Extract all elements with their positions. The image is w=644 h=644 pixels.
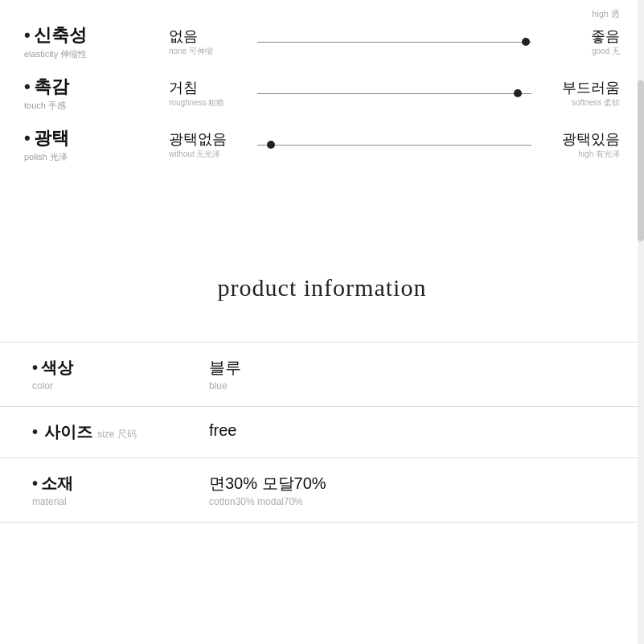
bullet-elasticity: • [24, 25, 31, 46]
elasticity-slider-area: 없음 none 可伸缩 좋음 good 无 [169, 27, 620, 57]
touch-right-ko: 부드러움 [531, 78, 620, 97]
polish-dot [267, 141, 275, 149]
color-value-ko: 블루 [209, 357, 612, 379]
product-info-value-size: free [209, 421, 612, 440]
bullet-polish: • [24, 128, 31, 149]
size-key-ko: 사이즈 [44, 421, 92, 443]
elasticity-left-sub: none 可伸缩 [169, 46, 257, 57]
fabric-label-polish: • 광택 polish 光泽 [24, 126, 169, 163]
product-info-value-color: 블루 blue [209, 357, 612, 392]
polish-right-sub: high 有光泽 [531, 149, 620, 160]
touch-track-line [257, 93, 531, 94]
fabric-row-touch: • 촉감 touch 手感 거침 roughness 粗糙 [24, 75, 620, 112]
polish-track-line [257, 145, 531, 146]
touch-left-sub: roughness 粗糙 [169, 97, 257, 109]
color-value-en: blue [209, 380, 612, 392]
scrollbar-thumb[interactable] [638, 80, 644, 241]
elasticity-track-line [257, 42, 531, 43]
touch-slider-area: 거침 roughness 粗糙 부드러움 softness 柔软 [169, 78, 620, 109]
size-value-ko: free [209, 421, 612, 440]
material-key-sub: material [32, 496, 209, 507]
material-value-en: cotton30% modal70% [209, 496, 612, 507]
product-info-value-material: 면30% 모달70% cotton30% modal70% [209, 473, 612, 507]
bullet-size: • [32, 423, 38, 441]
touch-dot [514, 89, 522, 97]
touch-track [257, 85, 531, 101]
material-key-ko: 소재 [41, 473, 73, 494]
fabric-row-polish: • 광택 polish 光泽 광택없음 without 无光泽 [24, 126, 620, 163]
product-info-row-material: • 소재 material 면30% 모달70% cotton30% modal… [0, 457, 644, 523]
elasticity-dot [522, 38, 530, 46]
polish-ko: 광택 [34, 126, 69, 150]
touch-left-label: 거침 roughness 粗糙 [169, 78, 257, 109]
polish-right-label: 광택있음 high 有光泽 [531, 129, 620, 160]
product-info-key-material: • 소재 material [32, 473, 209, 507]
elasticity-left-label: 없음 none 可伸缩 [169, 27, 257, 57]
color-key-sub: color [32, 380, 209, 392]
touch-left-ko: 거침 [169, 78, 257, 97]
elasticity-right-label: 좋음 good 无 [531, 27, 620, 57]
material-value-ko: 면30% 모달70% [209, 473, 612, 494]
product-info-key-color: • 색상 color [32, 357, 209, 392]
page-container: high 透 • 신축성 elasticity 伸缩性 없음 none 可伸缩 [0, 0, 644, 523]
elasticity-left-ko: 없음 [169, 27, 257, 46]
fabric-row-elasticity: • 신축성 elasticity 伸缩性 없음 none 可伸缩 [24, 23, 620, 60]
bullet-touch: • [24, 76, 31, 97]
polish-left-ko: 광택없음 [169, 129, 257, 149]
color-key-ko: 색상 [41, 357, 73, 379]
polish-right-ko: 광택있음 [531, 129, 620, 149]
bullet-material: • [32, 474, 38, 493]
polish-slider-area: 광택없음 without 无光泽 광택있음 high 有光泽 [169, 129, 620, 160]
elasticity-right-sub: good 无 [531, 46, 620, 57]
fabric-label-touch: • 촉감 touch 手感 [24, 75, 169, 112]
touch-ko: 촉감 [34, 75, 69, 99]
fabric-label-elasticity: • 신축성 elasticity 伸缩性 [24, 23, 169, 60]
scrollbar[interactable] [638, 0, 644, 644]
product-info-title: product information [0, 266, 644, 310]
bullet-color: • [32, 359, 38, 377]
elasticity-sub: elasticity 伸缩性 [24, 48, 169, 60]
sheerness-high-label: high 透 [592, 8, 620, 20]
touch-right-label: 부드러움 softness 柔软 [531, 78, 620, 109]
polish-left-sub: without 无光泽 [169, 149, 257, 160]
polish-left-label: 광택없음 without 无光泽 [169, 129, 257, 160]
touch-right-sub: softness 柔软 [531, 97, 620, 109]
touch-sub: touch 手感 [24, 100, 169, 112]
elasticity-track [257, 34, 531, 50]
size-key-sub: size 尺码 [97, 428, 137, 441]
polish-track [257, 137, 531, 153]
elasticity-right-ko: 좋음 [531, 27, 620, 46]
product-info-row-size: • 사이즈 size 尺码 free [0, 406, 644, 457]
product-info-key-size: • 사이즈 size 尺码 [32, 421, 209, 443]
polish-sub: polish 光泽 [24, 151, 169, 163]
product-info-section: product information • 색상 color 블루 blue •… [0, 242, 644, 523]
fabric-section: high 透 • 신축성 elasticity 伸缩性 없음 none 可伸缩 [0, 0, 644, 194]
spacer [0, 194, 644, 242]
product-info-row-color: • 색상 color 블루 blue [0, 342, 644, 406]
elasticity-ko: 신축성 [34, 23, 87, 47]
